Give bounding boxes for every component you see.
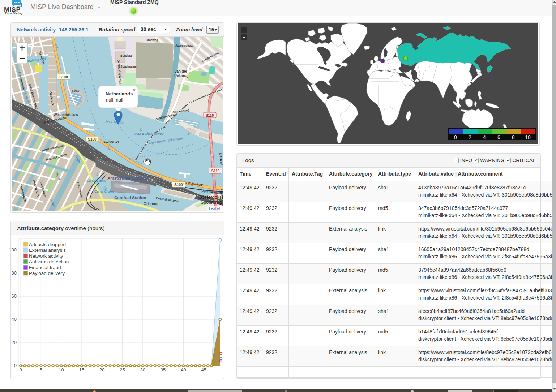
svg-text:40: 40	[181, 367, 186, 372]
svg-text:⚓: ⚓	[95, 172, 99, 176]
svg-text:null, null: null, null	[106, 97, 123, 103]
svg-text:30: 30	[140, 367, 145, 372]
svg-text:S116: S116	[206, 113, 214, 117]
svg-text:Canal Cruise: Canal Cruise	[94, 189, 114, 193]
svg-text:⚓: ⚓	[103, 186, 107, 190]
svg-text:20: 20	[12, 340, 17, 345]
svg-text:Spoorbrug: Spoorbrug	[201, 200, 222, 205]
svg-text:Artifacts dropped: Artifacts dropped	[29, 242, 66, 247]
svg-text:10: 10	[525, 134, 531, 140]
svg-text:⚓: ⚓	[186, 131, 191, 135]
svg-text:Threat Sharing: Threat Sharing	[5, 12, 22, 15]
svg-text:⚓: ⚓	[107, 146, 111, 150]
svg-text:Odebrug: Odebrug	[144, 202, 158, 206]
svg-text:Grasweg: Grasweg	[146, 38, 158, 42]
svg-text:25: 25	[120, 367, 125, 372]
svg-text:Payload delivery: Payload delivery	[29, 271, 65, 276]
svg-text:Veer Buiksloterweg: Veer Buiksloterweg	[134, 132, 164, 135]
svg-text:S100: S100	[59, 75, 68, 79]
svg-text:Network activity: Network activity	[29, 253, 63, 259]
svg-text:4: 4	[483, 134, 486, 140]
svg-text:0: 0	[14, 363, 17, 368]
svg-text:100: 100	[9, 247, 17, 253]
svg-text:Spadinalaan: Spadinalaan	[120, 65, 138, 68]
svg-text:S116: S116	[211, 169, 220, 173]
svg-text:IJdok: IJdok	[72, 89, 80, 93]
svg-text:60: 60	[12, 293, 17, 299]
svg-text:✕: ✕	[132, 87, 136, 93]
svg-text:10: 10	[59, 367, 64, 372]
svg-text:⚓: ⚓	[122, 193, 126, 197]
svg-text:45: 45	[201, 367, 206, 372]
svg-text:⚓: ⚓	[55, 44, 59, 48]
svg-text:6: 6	[497, 134, 500, 140]
svg-text:Antivirus detection: Antivirus detection	[29, 259, 69, 264]
svg-text:15: 15	[79, 367, 84, 372]
svg-text:40: 40	[12, 316, 17, 322]
svg-text:Netherlands: Netherlands	[106, 91, 133, 96]
svg-text:20: 20	[99, 367, 104, 372]
svg-text:0: 0	[19, 367, 22, 372]
svg-text:Pekbrug: Pekbrug	[174, 73, 188, 78]
svg-text:8: 8	[512, 134, 515, 140]
svg-text:2: 2	[469, 134, 471, 140]
svg-text:80: 80	[12, 270, 17, 276]
svg-text:Jasmijnstraat: Jasmijnstraat	[175, 44, 194, 47]
svg-text:Oosterdokse: Oosterdokse	[198, 195, 223, 200]
svg-text:5: 5	[40, 367, 42, 372]
svg-text:Steiger 14: Steiger 14	[103, 139, 119, 143]
svg-text:Van der: Van der	[174, 69, 187, 73]
svg-text:S100: S100	[88, 137, 97, 141]
svg-text:S100: S100	[174, 183, 183, 187]
svg-text:External analysis: External analysis	[29, 247, 66, 253]
svg-text:Financial fraud: Financial fraud	[29, 265, 61, 270]
svg-text:Amsterdam Centraal: Amsterdam Centraal	[107, 176, 148, 180]
svg-text:Centraal Station: Centraal Station	[114, 195, 146, 200]
svg-text:Canal Cruise: Canal Cruise	[86, 178, 106, 182]
svg-text:⚓: ⚓	[138, 127, 143, 132]
svg-text:Leaflet: Leaflet	[209, 206, 221, 211]
svg-text:Bundlaan: Bundlaan	[120, 54, 133, 57]
svg-text:0: 0	[454, 134, 457, 140]
svg-text:35: 35	[161, 367, 166, 372]
svg-text:Westerdoksluis: Westerdoksluis	[54, 113, 78, 117]
